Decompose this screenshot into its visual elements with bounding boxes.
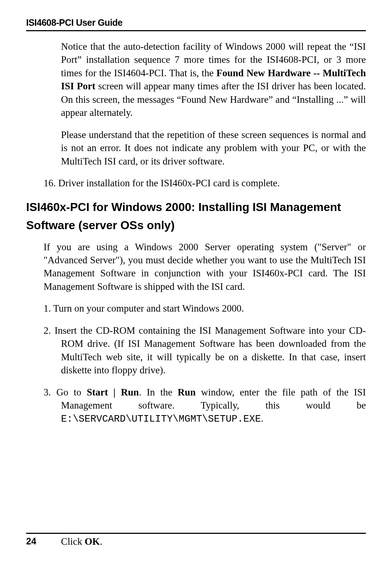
section-heading-text: ISI460x-PCI for Windows 2000: Installing… xyxy=(26,200,341,232)
step-16: 16. Driver installation for the ISI460x-… xyxy=(44,176,366,190)
paragraph-auto-detection: Notice that the auto-detection facility … xyxy=(61,40,366,119)
s3-d: . xyxy=(261,413,264,424)
s3-bold2: Run xyxy=(178,387,196,398)
intro-text: If you are using a Windows 2000 Server o… xyxy=(44,242,366,292)
section-heading: ISI460x-PCI for Windows 2000: Installing… xyxy=(26,198,366,234)
p2-text: Please understand that the repetition of… xyxy=(61,129,366,167)
header-title: ISI4608-PCI User Guide xyxy=(26,17,123,28)
page-number: 24 xyxy=(26,536,36,546)
step-2-text: 2. Insert the CD-ROM containing the ISI … xyxy=(44,325,366,376)
step-2: 2. Insert the CD-ROM containing the ISI … xyxy=(44,324,366,377)
p1-text-b: screen will appear many times after the … xyxy=(61,81,366,118)
p3-text: 16. Driver installation for the ISI460x-… xyxy=(44,178,280,188)
s3-a: 3. Go to xyxy=(44,387,87,398)
intro-paragraph: If you are using a Windows 2000 Server o… xyxy=(44,240,366,293)
step-1-text: 1. Turn on your computer and start Windo… xyxy=(44,303,244,314)
step-3: 3. Go to Start | Run. In the Run window,… xyxy=(44,386,366,426)
s3-b: . In the xyxy=(139,387,178,398)
s3-mono: E:\SERVCARD\UTILITY\MGMT\SETUP.EXE xyxy=(61,414,261,425)
page-footer: 24 xyxy=(26,533,366,547)
s3-bold1: Start | Run xyxy=(87,387,139,398)
paragraph-repetition-note: Please understand that the repetition of… xyxy=(61,128,366,168)
step-1: 1. Turn on your computer and start Windo… xyxy=(44,302,366,315)
page-header: ISI4608-PCI User Guide xyxy=(26,17,366,31)
